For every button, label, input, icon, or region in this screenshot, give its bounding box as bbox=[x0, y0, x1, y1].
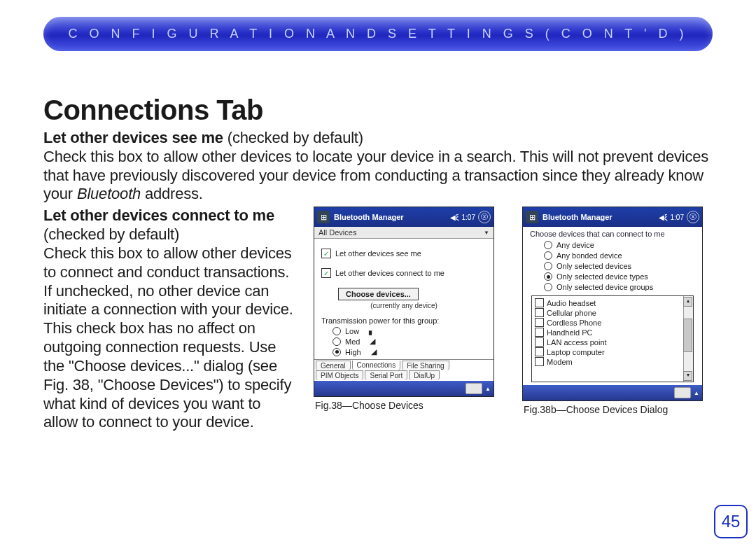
type-label: Cellular phone bbox=[547, 309, 596, 317]
type-label: Handheld PC bbox=[547, 328, 592, 337]
power-label: Transmission power for this group: bbox=[321, 316, 486, 325]
pda-a-tabs: General Connections File Sharing PIM Obj… bbox=[314, 359, 493, 381]
checkbox-icon[interactable] bbox=[535, 337, 544, 347]
start-icon[interactable]: ⊞ bbox=[317, 211, 330, 223]
keyboard-icon[interactable] bbox=[674, 387, 691, 398]
section-title: Connections Tab bbox=[43, 95, 713, 126]
subhead-connect-me: Let other devices connect to me bbox=[43, 207, 274, 224]
scroll-down-icon[interactable]: ▾ bbox=[683, 371, 692, 381]
paragraph-see-me: Let other devices see me (checked by def… bbox=[43, 129, 713, 204]
checkbox-see-me[interactable]: ✓ Let other devices see me bbox=[321, 249, 486, 258]
tab-connections[interactable]: Connections bbox=[352, 361, 401, 370]
scroll-up-icon[interactable]: ▴ bbox=[683, 297, 692, 307]
radio-icon[interactable] bbox=[544, 251, 552, 260]
type-laptop-computer[interactable]: Laptop computer bbox=[535, 347, 690, 356]
type-modem[interactable]: Modem bbox=[535, 357, 690, 366]
type-label: LAN access point bbox=[547, 338, 607, 347]
pda-a-content: ✓ Let other devices see me ✓ Let other d… bbox=[314, 239, 493, 359]
tab-pim-objects[interactable]: PIM Objects bbox=[316, 370, 363, 380]
signal-med-icon: ◢ bbox=[370, 337, 375, 346]
device-types-list[interactable]: Audio headset Cellular phone Cordless Ph… bbox=[531, 295, 694, 382]
section-header-bar: C O N F I G U R A T I O N A N D S E T T … bbox=[43, 17, 713, 51]
radio-selected-devices-label: Only selected devices bbox=[556, 262, 631, 270]
radio-selected-types[interactable]: Only selected device types bbox=[544, 272, 695, 281]
tab-file-sharing[interactable]: File Sharing bbox=[402, 361, 449, 370]
choose-devices-button[interactable]: Choose devices... bbox=[338, 288, 419, 300]
scroll-thumb[interactable] bbox=[683, 319, 692, 352]
pda-b-title: Bluetooth Manager bbox=[542, 213, 654, 221]
figure-38: ⊞ Bluetooth Manager ◀ξ 1:07 ⓧ All Device… bbox=[314, 207, 504, 432]
figure-38b: ⊞ Bluetooth Manager ◀ξ 1:07 ⓧ Choose dev… bbox=[522, 207, 713, 432]
para2-body: Check this box to allow other devices to… bbox=[43, 244, 293, 431]
power-options: Low ▖ Med ◢ High ◢ bbox=[332, 326, 486, 356]
tab-serial-port[interactable]: Serial Port bbox=[365, 370, 407, 380]
ok-close-icon[interactable]: ⓧ bbox=[687, 211, 699, 223]
checkbox-icon[interactable] bbox=[535, 308, 544, 317]
type-lan-access-point[interactable]: LAN access point bbox=[535, 337, 690, 347]
power-high[interactable]: High ◢ bbox=[332, 347, 486, 356]
radio-icon[interactable] bbox=[544, 262, 552, 270]
page-number: 45 bbox=[714, 505, 748, 538]
checkbox-icon[interactable]: ✓ bbox=[321, 268, 331, 278]
checkbox-icon[interactable] bbox=[535, 328, 544, 337]
radio-icon[interactable] bbox=[332, 327, 341, 335]
type-label: Cordless Phone bbox=[547, 319, 601, 327]
radio-any-bonded-label: Any bonded device bbox=[556, 251, 622, 260]
radio-icon[interactable] bbox=[332, 348, 341, 356]
paragraph-connect-me: Let other devices connect to me (checked… bbox=[43, 207, 295, 432]
radio-selected-types-label: Only selected device types bbox=[556, 272, 648, 281]
sip-menu-icon[interactable]: ▲ bbox=[694, 390, 699, 396]
type-cellular-phone[interactable]: Cellular phone bbox=[535, 308, 690, 317]
pda-screenshot-b: ⊞ Bluetooth Manager ◀ξ 1:07 ⓧ Choose dev… bbox=[522, 207, 703, 401]
radio-any-device-label: Any device bbox=[556, 241, 594, 249]
radio-selected-devices[interactable]: Only selected devices bbox=[544, 262, 695, 270]
scrollbar-track[interactable]: ▴ ▾ bbox=[683, 296, 693, 382]
power-med[interactable]: Med ◢ bbox=[332, 337, 486, 346]
default-note-2: (checked by default) bbox=[43, 225, 179, 243]
checkbox-see-me-label: Let other devices see me bbox=[335, 249, 421, 258]
subhead-see-me: Let other devices see me bbox=[43, 129, 223, 146]
sip-menu-icon[interactable]: ▲ bbox=[485, 386, 491, 392]
radio-icon[interactable] bbox=[544, 283, 552, 291]
tab-general[interactable]: General bbox=[316, 361, 351, 370]
speaker-icon[interactable]: ◀ξ bbox=[659, 214, 667, 221]
tab-dialup[interactable]: DialUp bbox=[409, 370, 440, 380]
clock-text: 1:07 bbox=[462, 214, 475, 221]
radio-any-bonded[interactable]: Any bonded device bbox=[544, 251, 695, 260]
radio-selected-groups[interactable]: Only selected device groups bbox=[544, 283, 695, 291]
power-high-label: High bbox=[345, 348, 361, 356]
radio-icon[interactable] bbox=[544, 241, 552, 249]
pda-a-status-icons: ◀ξ 1:07 ⓧ bbox=[450, 211, 491, 223]
type-label: Audio headset bbox=[547, 299, 596, 307]
checkbox-icon[interactable]: ✓ bbox=[321, 249, 331, 258]
signal-high-icon: ◢ bbox=[371, 347, 377, 356]
dropdown-icon[interactable]: ▼ bbox=[484, 230, 489, 236]
pda-a-subbar[interactable]: All Devices ▼ bbox=[314, 227, 493, 239]
checkbox-icon[interactable] bbox=[535, 347, 544, 356]
pda-a-titlebar: ⊞ Bluetooth Manager ◀ξ 1:07 ⓧ bbox=[314, 207, 493, 227]
power-low[interactable]: Low ▖ bbox=[332, 326, 486, 335]
radio-selected-groups-label: Only selected device groups bbox=[556, 283, 653, 291]
type-cordless-phone[interactable]: Cordless Phone bbox=[535, 318, 690, 327]
radio-icon[interactable] bbox=[544, 272, 552, 281]
pda-a-title: Bluetooth Manager bbox=[334, 213, 446, 221]
speaker-icon[interactable]: ◀ξ bbox=[450, 214, 458, 221]
clock-text: 1:07 bbox=[671, 214, 684, 221]
checkbox-icon[interactable] bbox=[535, 318, 544, 327]
caption-fig38b: Fig.38b—Choose Devices Dialog bbox=[522, 404, 713, 415]
para1-italic: Bluetooth bbox=[77, 185, 141, 202]
type-audio-headset[interactable]: Audio headset bbox=[535, 298, 690, 307]
checkbox-icon[interactable] bbox=[535, 357, 544, 366]
two-column-area: Let other devices connect to me (checked… bbox=[43, 207, 713, 432]
checkbox-icon[interactable] bbox=[535, 298, 544, 307]
ok-close-icon[interactable]: ⓧ bbox=[478, 211, 491, 223]
caption-fig38: Fig.38—Choose Devices bbox=[314, 400, 504, 411]
checkbox-connect-me[interactable]: ✓ Let other devices connect to me bbox=[321, 268, 486, 278]
keyboard-icon[interactable] bbox=[465, 383, 482, 394]
radio-any-device[interactable]: Any device bbox=[544, 241, 695, 249]
choose-prompt: Choose devices that can connect to me bbox=[530, 230, 695, 238]
start-icon[interactable]: ⊞ bbox=[526, 211, 538, 223]
radio-icon[interactable] bbox=[332, 337, 341, 346]
type-handheld-pc[interactable]: Handheld PC bbox=[535, 328, 690, 337]
signal-low-icon: ▖ bbox=[369, 326, 374, 335]
